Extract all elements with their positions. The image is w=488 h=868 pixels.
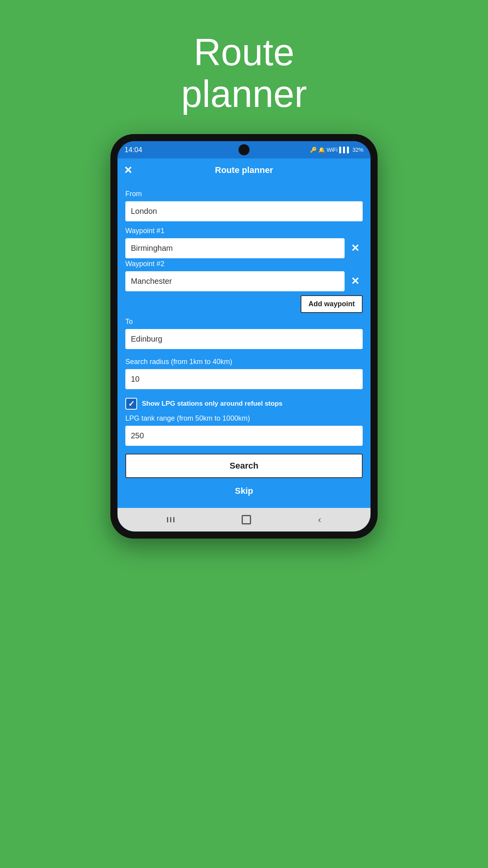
show-lpg-checkbox[interactable]: ✓ — [125, 398, 137, 410]
phone-shell: 14:04 🔑 🔔 WiFi ▌▌▌ 32% ✕ Route planner — [110, 134, 378, 539]
waypoint-2-label: Waypoint #2 — [125, 260, 363, 268]
app-bar: ✕ Route planner — [117, 158, 371, 182]
to-section: To — [125, 318, 363, 353]
search-radius-section: Search radius (from 1km to 40km) — [125, 358, 363, 393]
to-input[interactable] — [125, 329, 363, 349]
checkmark-icon: ✓ — [128, 399, 135, 408]
signal-icon: ▌▌▌ — [339, 147, 351, 153]
lpg-tank-range-input[interactable] — [125, 426, 363, 446]
home-icon[interactable] — [242, 515, 251, 524]
back-stack-icon[interactable] — [167, 517, 174, 522]
show-lpg-label: Show LPG stations only around refuel sto… — [142, 400, 283, 408]
waypoint-1-input[interactable] — [125, 238, 345, 258]
search-radius-input[interactable] — [125, 369, 363, 389]
form-content: From Waypoint #1 ✕ Waypoint #2 — [117, 182, 371, 508]
camera-notch — [238, 144, 250, 155]
app-bar-title: Route planner — [215, 165, 273, 175]
lpg-tank-range-section: LPG tank range (from 50km to 1000km) — [125, 414, 363, 450]
search-radius-label: Search radius (from 1km to 40km) — [125, 358, 363, 366]
to-label: To — [125, 318, 363, 326]
waypoint-2-section: Waypoint #2 ✕ — [125, 260, 363, 291]
add-waypoint-button[interactable]: Add waypoint — [301, 295, 363, 313]
back-icon[interactable]: ‹ — [318, 514, 321, 525]
wifi-icon: WiFi — [327, 147, 338, 153]
key-icon: 🔑 — [310, 147, 317, 153]
waypoint-2-row: ✕ — [125, 271, 363, 291]
remove-waypoint-2-button[interactable]: ✕ — [348, 274, 363, 289]
phone-screen: 14:04 🔑 🔔 WiFi ▌▌▌ 32% ✕ Route planner — [117, 141, 371, 531]
add-waypoint-section: Add waypoint — [125, 295, 363, 313]
from-section: From — [125, 190, 363, 225]
status-bar: 14:04 🔑 🔔 WiFi ▌▌▌ 32% — [117, 141, 371, 158]
waypoint-1-label: Waypoint #1 — [125, 227, 363, 235]
status-icons: 🔑 🔔 WiFi ▌▌▌ 32% — [310, 147, 363, 153]
waypoint-1-section: Waypoint #1 ✕ — [125, 227, 363, 258]
phone-mockup: 14:04 🔑 🔔 WiFi ▌▌▌ 32% ✕ Route planner — [110, 134, 378, 539]
close-button[interactable]: ✕ — [124, 164, 132, 177]
status-time: 14:04 — [125, 146, 142, 154]
waypoint-1-row: ✕ — [125, 238, 363, 258]
battery-text: 32% — [352, 147, 363, 153]
skip-button[interactable]: Skip — [125, 480, 363, 502]
search-button[interactable]: Search — [125, 454, 363, 478]
from-label: From — [125, 190, 363, 198]
remove-waypoint-1-button[interactable]: ✕ — [348, 241, 363, 256]
waypoint-2-input[interactable] — [125, 271, 345, 291]
show-lpg-row: ✓ Show LPG stations only around refuel s… — [125, 398, 363, 410]
alarm-icon: 🔔 — [318, 147, 325, 153]
from-input[interactable] — [125, 201, 363, 221]
page-title: Route planner — [181, 31, 307, 114]
lpg-tank-range-label: LPG tank range (from 50km to 1000km) — [125, 414, 363, 423]
navigation-bar: ‹ — [117, 508, 371, 531]
